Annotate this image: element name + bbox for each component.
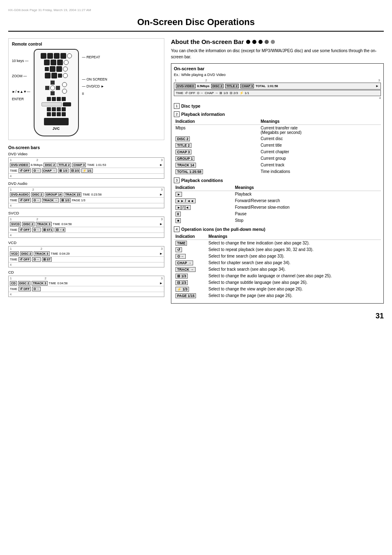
table-row: ►► / ◄◄ Forward/Reverse search — [174, 198, 381, 204]
table-row: ↺ Select to repeat playback (see also pa… — [174, 246, 381, 253]
table-row: ►| / |◄ Forward/Reverse slow-motion — [174, 204, 381, 211]
onscreen-bar-title: On-screen bar — [174, 66, 381, 71]
section-4-label: Operation icons (on the pull-down menu) — [181, 227, 265, 232]
remote-right-labels: — REPEAT — ON SCREEN — DVD/CD ► II — [82, 49, 107, 98]
table-row: TRACK → Select for track search (see als… — [174, 266, 381, 273]
dvd-video-label: DVD Video — [8, 152, 164, 156]
section-1-num: 1 — [174, 103, 180, 109]
section-2-header: 2 Playback information — [174, 111, 381, 117]
col-indication: Indication — [174, 118, 259, 125]
col-meanings: Meanings — [259, 118, 381, 125]
example-label: Ex.: While playing a DVD Video — [174, 73, 381, 77]
table-row: ⚡ 1/3 Select to change the view angle (s… — [174, 286, 381, 292]
table-row: TIME Select to change the time indicatio… — [174, 240, 381, 247]
jvc-label: JVC — [37, 127, 76, 131]
table-row: TITLE 2 Current title — [174, 142, 381, 149]
vcd-label: VCD — [8, 240, 164, 245]
dvd-audio-bars: 123 DVD-AUDIO DISC 2 GROUP 14 TRACK 23 T… — [8, 187, 164, 208]
section-1-header: 1 Disc type — [174, 103, 381, 109]
dot4 — [265, 40, 269, 44]
table-row: CHAP → Select for chapter search (see al… — [174, 260, 381, 266]
bar-line-2: TIME ↺ OFF ⊙→ CHAP → ⊞ 1/3 ⊟ 2/3 ⚡ 1/1 — [174, 90, 381, 96]
table-row: ■ Stop — [174, 217, 381, 224]
dvd-audio-label: DVD Audio — [8, 181, 164, 186]
dot2 — [252, 40, 256, 44]
remote-left-labels: 10 keys — ZOOM — ►/◄▲▼— ENTER — [12, 49, 30, 103]
table-row: CHAP 3 Current chapter — [174, 149, 381, 155]
dot1 — [246, 40, 250, 44]
remote-control-box: Remote control 10 keys — ZOOM — ►/◄▲▼— E… — [8, 38, 164, 140]
svcd-bars: 123 SVCD DISC 2 TRACK 3 TIME 0:04:58 ► T… — [8, 216, 164, 238]
table-row: DISC 2 Current disc — [174, 136, 381, 142]
onscreen-bar-box: On-screen bar Ex.: While playing a DVD V… — [171, 63, 384, 304]
section-4-num: 4 — [174, 226, 180, 232]
table-row: ⊞ 1/3 Select to change the audio languag… — [174, 273, 381, 279]
table-row: ⊟ 1/3 Select to change subtitle language… — [174, 279, 381, 286]
bar-example: 123 DVD-VIDEO 8.5Mbps DISC 2 TITLE 2 CHA… — [174, 78, 381, 100]
section-4-header: 4 Operation icons (on the pull-down menu… — [174, 226, 381, 232]
about-title: About the On-screen Bar — [171, 38, 384, 45]
intro-text: You can check the information on disc (e… — [171, 48, 384, 60]
table-row: II Pause — [174, 211, 381, 217]
top-bar: HX-GD8.book Page 31 Friday, March 19, 20… — [8, 8, 384, 12]
playback-conditions-table: Indication Meanings ► Playback ►► / ◄◄ F… — [174, 184, 381, 224]
section-2-num: 2 — [174, 111, 180, 117]
table-row: PAGE 1/15 Select to change the page (see… — [174, 292, 381, 299]
right-column: About the On-screen Bar You can check th… — [171, 38, 384, 304]
table-row: TOTAL 1:25:58 Time indications — [174, 168, 381, 175]
section-2-label: Playback information — [181, 112, 225, 117]
remote-body: JVC — [34, 49, 79, 136]
remote-title: Remote control — [12, 42, 161, 46]
cd-bars: 123 CD DISC 2 TRACK 3 TIME 0:04:58 ► TIM… — [8, 276, 164, 297]
svcd-label: SVCD — [8, 211, 164, 215]
dot5 — [271, 40, 275, 44]
table-row: TRACK 14 Current track — [174, 162, 381, 168]
bar-line-1: DVD-VIDEO 8.5Mbps DISC 2 TITLE 2 CHAP 3 … — [174, 83, 381, 90]
section-3-header: 3 Playback conditions — [174, 177, 381, 183]
cd-label: CD — [8, 270, 164, 274]
operation-icons-table: Indication Meanings TIME Select to chang… — [174, 233, 381, 299]
vcd-bars: 123 VCD DISC 2 TRACK 3 TIME 0:04:29 ► TI… — [8, 246, 164, 267]
page-title: On-Screen Disc Operations — [8, 17, 384, 32]
table-row: ⊙→ Select for time search (see also page… — [174, 253, 381, 260]
left-column: Remote control 10 keys — ZOOM — ►/◄▲▼— E… — [8, 38, 164, 304]
dot3 — [258, 40, 263, 44]
page-number: 31 — [8, 312, 384, 320]
dvd-video-bars: 123 DVD-VIDEO 8.5Mbps DISC 2 TITLE 2 CHA… — [8, 157, 164, 179]
bars-title: On-screen bars — [8, 145, 164, 150]
onscreen-bars-section: On-screen bars DVD Video 123 DVD-VIDEO 8… — [8, 145, 164, 297]
section-3-label: Playback conditions — [181, 178, 223, 183]
table-row: GROUP 1 Current group — [174, 155, 381, 162]
table-row: Mbps Current transfer rate(Megabits per … — [174, 125, 381, 136]
dpad[interactable] — [45, 81, 60, 95]
table-row: ► Playback — [174, 191, 381, 198]
bar4-label: 4 — [174, 96, 381, 100]
section-3-num: 3 — [174, 177, 180, 183]
playback-info-table: Indication Meanings Mbps Current transfe… — [174, 118, 381, 175]
section-1-label: Disc type — [181, 104, 201, 108]
